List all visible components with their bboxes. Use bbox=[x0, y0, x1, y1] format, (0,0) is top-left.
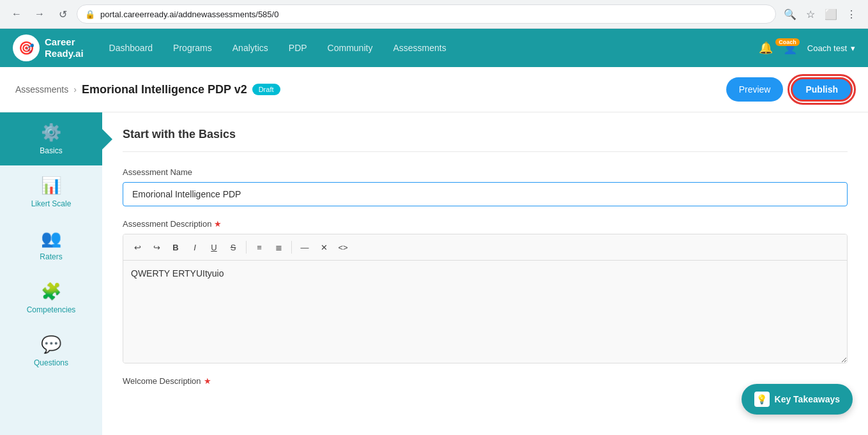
undo-button[interactable]: ↩ bbox=[128, 238, 146, 256]
forward-button[interactable]: → bbox=[31, 5, 49, 23]
profile-button[interactable]: ⬜ bbox=[822, 5, 840, 23]
section-title: Start with the Basics bbox=[123, 128, 848, 152]
likert-icon: 📊 bbox=[41, 176, 61, 195]
page-content: Assessments › Emorional Intelligence PDP… bbox=[0, 67, 868, 435]
refresh-button[interactable]: ↺ bbox=[54, 5, 72, 23]
app-nav: 🎯 Career Ready.ai Dashboard Programs Ana… bbox=[0, 29, 868, 67]
assessment-name-input[interactable] bbox=[123, 182, 848, 206]
bookmark-button[interactable]: ☆ bbox=[802, 5, 819, 23]
user-name-label: Coach test bbox=[807, 43, 847, 53]
italic-button[interactable]: I bbox=[186, 238, 204, 256]
sidebar-label-questions: Questions bbox=[34, 358, 68, 367]
editor-content[interactable]: QWERTY ERTYUItyuio bbox=[123, 261, 847, 363]
notifications-button[interactable]: 🔔 bbox=[759, 41, 773, 55]
sidebar-item-likert[interactable]: 📊 Likert Scale bbox=[0, 165, 102, 218]
url-text: portal.careerready.ai/addnewassessments/… bbox=[100, 10, 278, 19]
key-takeaways-button[interactable]: 💡 Key Takeaways bbox=[742, 384, 853, 415]
code-button[interactable]: <> bbox=[334, 238, 352, 256]
chevron-down-icon: ▾ bbox=[851, 43, 855, 53]
nav-dashboard[interactable]: Dashboard bbox=[109, 43, 153, 53]
sidebar-label-raters: Raters bbox=[40, 252, 62, 261]
breadcrumb-left: Assessments › Emorional Intelligence PDP… bbox=[15, 83, 280, 96]
menu-button[interactable]: ⋮ bbox=[842, 5, 860, 23]
user-menu: 👤 Coach bbox=[783, 41, 797, 55]
nav-pdp[interactable]: PDP bbox=[289, 43, 307, 53]
page-title: Emorional Intelligence PDP v2 bbox=[82, 83, 247, 96]
breadcrumb-actions: Preview Publish bbox=[726, 77, 853, 102]
nav-assessments[interactable]: Assessments bbox=[393, 43, 446, 53]
sidebar: ⚙️ Basics 📊 Likert Scale 👥 Raters 🧩 Comp… bbox=[0, 112, 102, 435]
search-button[interactable]: 🔍 bbox=[781, 5, 799, 23]
sidebar-item-basics[interactable]: ⚙️ Basics bbox=[0, 112, 102, 165]
publish-button[interactable]: Publish bbox=[791, 77, 853, 102]
nav-analytics[interactable]: Analytics bbox=[232, 43, 268, 53]
underline-button[interactable]: U bbox=[205, 238, 223, 256]
main-layout: ⚙️ Basics 📊 Likert Scale 👥 Raters 🧩 Comp… bbox=[0, 112, 868, 435]
clear-button[interactable]: ✕ bbox=[315, 238, 333, 256]
sidebar-label-likert: Likert Scale bbox=[31, 199, 72, 208]
browser-actions: 🔍 ☆ ⬜ ⋮ bbox=[781, 5, 860, 23]
assessment-desc-group: Assessment Description ★ ↩ ↪ B I U S ≡ ≣ bbox=[123, 219, 848, 363]
logo-area: 🎯 Career Ready.ai bbox=[13, 34, 84, 61]
nav-links: Dashboard Programs Analytics PDP Communi… bbox=[109, 43, 759, 53]
assessment-name-label: Assessment Name bbox=[123, 167, 848, 177]
redo-button[interactable]: ↪ bbox=[148, 238, 165, 256]
strikethrough-button[interactable]: S bbox=[224, 238, 242, 256]
editor-toolbar: ↩ ↪ B I U S ≡ ≣ — ✕ <> bbox=[123, 234, 847, 261]
logo-text: Career Ready.ai bbox=[45, 36, 84, 59]
rich-editor: ↩ ↪ B I U S ≡ ≣ — ✕ <> QWERTY ERT bbox=[123, 234, 848, 363]
competencies-icon: 🧩 bbox=[41, 282, 61, 301]
sidebar-item-competencies[interactable]: 🧩 Competencies bbox=[0, 271, 102, 324]
breadcrumb-parent[interactable]: Assessments bbox=[15, 84, 68, 95]
required-star: ★ bbox=[214, 219, 222, 229]
welcome-required-star: ★ bbox=[204, 376, 211, 386]
raters-icon: 👥 bbox=[41, 229, 61, 248]
breadcrumb-bar: Assessments › Emorional Intelligence PDP… bbox=[0, 67, 868, 112]
nav-community[interactable]: Community bbox=[328, 43, 373, 53]
sidebar-item-questions[interactable]: 💬 Questions bbox=[0, 324, 102, 378]
preview-button[interactable]: Preview bbox=[726, 77, 784, 102]
back-button[interactable]: ← bbox=[8, 5, 26, 23]
lock-icon: 🔒 bbox=[85, 10, 95, 19]
ordered-list-button[interactable]: ≣ bbox=[270, 238, 287, 256]
hr-button[interactable]: — bbox=[296, 238, 314, 256]
logo-icon: 🎯 bbox=[13, 34, 40, 61]
toolbar-separator-1 bbox=[246, 241, 247, 254]
sidebar-label-basics: Basics bbox=[40, 146, 62, 155]
nav-programs[interactable]: Programs bbox=[173, 43, 212, 53]
assessment-desc-label: Assessment Description ★ bbox=[123, 219, 848, 229]
assessment-name-group: Assessment Name bbox=[123, 167, 848, 206]
breadcrumb-arrow: › bbox=[73, 84, 77, 95]
settings-icon: ⚙️ bbox=[41, 123, 61, 142]
nav-right: 🔔 👤 Coach Coach test ▾ bbox=[759, 41, 855, 55]
lightbulb-icon: 💡 bbox=[756, 394, 767, 404]
browser-chrome: ← → ↺ 🔒 portal.careerready.ai/addnewasse… bbox=[0, 0, 868, 29]
coach-badge: Coach bbox=[775, 38, 800, 46]
welcome-desc-label: Welcome Description ★ bbox=[123, 376, 848, 386]
sidebar-item-raters[interactable]: 👥 Raters bbox=[0, 218, 102, 271]
bold-button[interactable]: B bbox=[167, 238, 185, 256]
toolbar-separator-2 bbox=[291, 241, 292, 254]
sidebar-label-competencies: Competencies bbox=[27, 305, 76, 314]
welcome-desc-group: Welcome Description ★ bbox=[123, 376, 848, 386]
bullet-list-button[interactable]: ≡ bbox=[250, 238, 268, 256]
questions-icon: 💬 bbox=[41, 335, 61, 355]
user-name-button[interactable]: Coach test ▾ bbox=[807, 43, 855, 53]
status-badge: Draft bbox=[252, 84, 280, 95]
key-takeaways-icon: 💡 bbox=[754, 392, 770, 407]
address-bar[interactable]: 🔒 portal.careerready.ai/addnewassessment… bbox=[77, 4, 776, 24]
key-takeaways-label: Key Takeaways bbox=[775, 394, 840, 404]
logo-emoji: 🎯 bbox=[19, 40, 34, 56]
